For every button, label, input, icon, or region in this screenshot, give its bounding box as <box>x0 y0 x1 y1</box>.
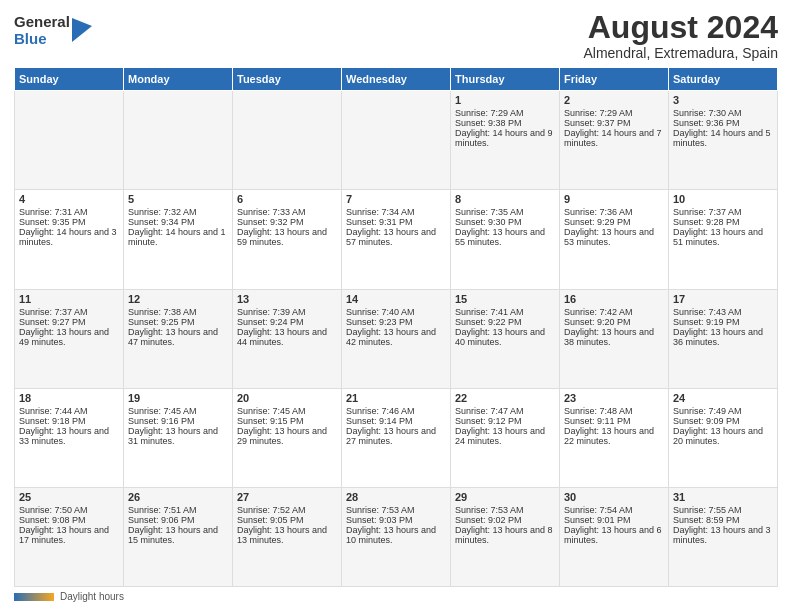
sunset-text: Sunset: 9:37 PM <box>564 118 664 128</box>
sunset-text: Sunset: 9:02 PM <box>455 515 555 525</box>
day-number: 3 <box>673 94 773 106</box>
sunset-text: Sunset: 9:19 PM <box>673 317 773 327</box>
day-number: 2 <box>564 94 664 106</box>
sunset-text: Sunset: 9:01 PM <box>564 515 664 525</box>
month-title: August 2024 <box>583 10 778 45</box>
sunset-text: Sunset: 9:38 PM <box>455 118 555 128</box>
daylight-text: Daylight: 13 hours and 20 minutes. <box>673 426 773 446</box>
daylight-text: Daylight: 14 hours and 9 minutes. <box>455 128 555 148</box>
sunrise-text: Sunrise: 7:49 AM <box>673 406 773 416</box>
day-number: 24 <box>673 392 773 404</box>
daylight-text: Daylight: 14 hours and 1 minute. <box>128 227 228 247</box>
day-number: 20 <box>237 392 337 404</box>
daylight-text: Daylight: 13 hours and 42 minutes. <box>346 327 446 347</box>
calendar-cell: 1Sunrise: 7:29 AMSunset: 9:38 PMDaylight… <box>451 91 560 190</box>
daylight-label: Daylight hours <box>60 591 124 602</box>
sunset-text: Sunset: 9:03 PM <box>346 515 446 525</box>
daylight-text: Daylight: 13 hours and 49 minutes. <box>19 327 119 347</box>
sunset-text: Sunset: 8:59 PM <box>673 515 773 525</box>
calendar-cell <box>342 91 451 190</box>
calendar-cell: 15Sunrise: 7:41 AMSunset: 9:22 PMDayligh… <box>451 289 560 388</box>
calendar-cell: 4Sunrise: 7:31 AMSunset: 9:35 PMDaylight… <box>15 190 124 289</box>
calendar-cell: 31Sunrise: 7:55 AMSunset: 8:59 PMDayligh… <box>669 487 778 586</box>
daylight-text: Daylight: 13 hours and 10 minutes. <box>346 525 446 545</box>
daylight-text: Daylight: 13 hours and 51 minutes. <box>673 227 773 247</box>
sunrise-text: Sunrise: 7:36 AM <box>564 207 664 217</box>
location-title: Almendral, Extremadura, Spain <box>583 45 778 61</box>
sunrise-text: Sunrise: 7:51 AM <box>128 505 228 515</box>
sunset-text: Sunset: 9:35 PM <box>19 217 119 227</box>
day-number: 31 <box>673 491 773 503</box>
calendar-cell <box>233 91 342 190</box>
weekday-header-row: SundayMondayTuesdayWednesdayThursdayFrid… <box>15 68 778 91</box>
sunset-text: Sunset: 9:06 PM <box>128 515 228 525</box>
week-row-4: 18Sunrise: 7:44 AMSunset: 9:18 PMDayligh… <box>15 388 778 487</box>
svg-marker-0 <box>72 18 92 42</box>
daylight-text: Daylight: 13 hours and 53 minutes. <box>564 227 664 247</box>
sunrise-text: Sunrise: 7:48 AM <box>564 406 664 416</box>
sunrise-text: Sunrise: 7:33 AM <box>237 207 337 217</box>
daylight-text: Daylight: 13 hours and 47 minutes. <box>128 327 228 347</box>
calendar-cell: 22Sunrise: 7:47 AMSunset: 9:12 PMDayligh… <box>451 388 560 487</box>
calendar-cell: 29Sunrise: 7:53 AMSunset: 9:02 PMDayligh… <box>451 487 560 586</box>
calendar-cell: 7Sunrise: 7:34 AMSunset: 9:31 PMDaylight… <box>342 190 451 289</box>
daylight-text: Daylight: 13 hours and 6 minutes. <box>564 525 664 545</box>
calendar-cell: 25Sunrise: 7:50 AMSunset: 9:08 PMDayligh… <box>15 487 124 586</box>
logo: General Blue <box>14 14 92 47</box>
sunrise-text: Sunrise: 7:55 AM <box>673 505 773 515</box>
day-number: 30 <box>564 491 664 503</box>
calendar-cell: 21Sunrise: 7:46 AMSunset: 9:14 PMDayligh… <box>342 388 451 487</box>
daylight-text: Daylight: 13 hours and 36 minutes. <box>673 327 773 347</box>
calendar-cell: 30Sunrise: 7:54 AMSunset: 9:01 PMDayligh… <box>560 487 669 586</box>
calendar-cell: 27Sunrise: 7:52 AMSunset: 9:05 PMDayligh… <box>233 487 342 586</box>
calendar-cell: 11Sunrise: 7:37 AMSunset: 9:27 PMDayligh… <box>15 289 124 388</box>
calendar-cell: 3Sunrise: 7:30 AMSunset: 9:36 PMDaylight… <box>669 91 778 190</box>
day-number: 21 <box>346 392 446 404</box>
sunset-text: Sunset: 9:23 PM <box>346 317 446 327</box>
sunrise-text: Sunrise: 7:52 AM <box>237 505 337 515</box>
sunset-text: Sunset: 9:09 PM <box>673 416 773 426</box>
weekday-header-friday: Friday <box>560 68 669 91</box>
calendar-cell: 18Sunrise: 7:44 AMSunset: 9:18 PMDayligh… <box>15 388 124 487</box>
day-number: 12 <box>128 293 228 305</box>
sunset-text: Sunset: 9:22 PM <box>455 317 555 327</box>
calendar-cell: 13Sunrise: 7:39 AMSunset: 9:24 PMDayligh… <box>233 289 342 388</box>
sunrise-text: Sunrise: 7:37 AM <box>673 207 773 217</box>
sunrise-text: Sunrise: 7:41 AM <box>455 307 555 317</box>
sunset-text: Sunset: 9:11 PM <box>564 416 664 426</box>
daylight-text: Daylight: 13 hours and 57 minutes. <box>346 227 446 247</box>
sunrise-text: Sunrise: 7:50 AM <box>19 505 119 515</box>
daylight-text: Daylight: 13 hours and 8 minutes. <box>455 525 555 545</box>
daylight-text: Daylight: 13 hours and 22 minutes. <box>564 426 664 446</box>
weekday-header-saturday: Saturday <box>669 68 778 91</box>
sunset-text: Sunset: 9:25 PM <box>128 317 228 327</box>
sunrise-text: Sunrise: 7:45 AM <box>237 406 337 416</box>
sunset-text: Sunset: 9:34 PM <box>128 217 228 227</box>
calendar-cell: 17Sunrise: 7:43 AMSunset: 9:19 PMDayligh… <box>669 289 778 388</box>
week-row-5: 25Sunrise: 7:50 AMSunset: 9:08 PMDayligh… <box>15 487 778 586</box>
day-number: 26 <box>128 491 228 503</box>
day-number: 23 <box>564 392 664 404</box>
logo-text: General Blue <box>14 14 70 47</box>
sunset-text: Sunset: 9:14 PM <box>346 416 446 426</box>
daylight-text: Daylight: 14 hours and 7 minutes. <box>564 128 664 148</box>
day-number: 5 <box>128 193 228 205</box>
day-number: 29 <box>455 491 555 503</box>
sunrise-text: Sunrise: 7:53 AM <box>346 505 446 515</box>
weekday-header-monday: Monday <box>124 68 233 91</box>
day-number: 25 <box>19 491 119 503</box>
sunset-text: Sunset: 9:36 PM <box>673 118 773 128</box>
day-number: 4 <box>19 193 119 205</box>
sunrise-text: Sunrise: 7:54 AM <box>564 505 664 515</box>
calendar-cell: 16Sunrise: 7:42 AMSunset: 9:20 PMDayligh… <box>560 289 669 388</box>
calendar-cell: 10Sunrise: 7:37 AMSunset: 9:28 PMDayligh… <box>669 190 778 289</box>
daylight-legend-bar <box>14 593 54 601</box>
day-number: 27 <box>237 491 337 503</box>
sunrise-text: Sunrise: 7:35 AM <box>455 207 555 217</box>
calendar-cell: 24Sunrise: 7:49 AMSunset: 9:09 PMDayligh… <box>669 388 778 487</box>
week-row-2: 4Sunrise: 7:31 AMSunset: 9:35 PMDaylight… <box>15 190 778 289</box>
week-row-1: 1Sunrise: 7:29 AMSunset: 9:38 PMDaylight… <box>15 91 778 190</box>
sunset-text: Sunset: 9:15 PM <box>237 416 337 426</box>
calendar-cell: 9Sunrise: 7:36 AMSunset: 9:29 PMDaylight… <box>560 190 669 289</box>
sunrise-text: Sunrise: 7:40 AM <box>346 307 446 317</box>
